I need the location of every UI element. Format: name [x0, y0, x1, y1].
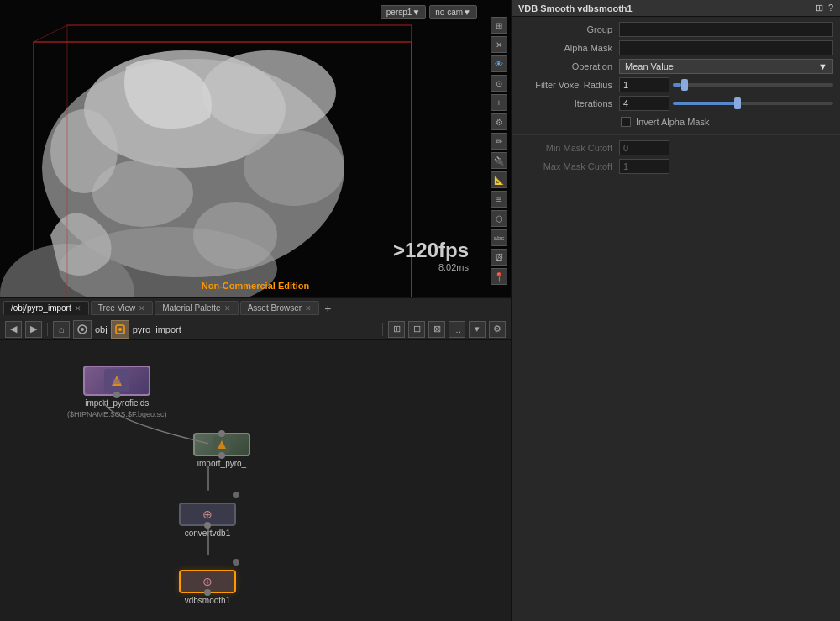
tab-asset-browser-close[interactable]: ✕ [305, 304, 312, 313]
param-operation-arrow: ▼ [818, 61, 827, 71]
frame-time: 8.02ms [393, 262, 469, 272]
svg-point-5 [202, 50, 336, 134]
add-icon[interactable]: + [491, 94, 507, 111]
node-vdbsmooth[interactable]: ⊕ vdbsmooth1 [179, 559, 236, 605]
param-row-group: Group [512, 20, 840, 39]
maximize-icon[interactable]: ⊞ [491, 17, 507, 34]
node-canvas[interactable]: import_pyrofields ($HIPNAME.$OS.$F.bgeo.… [0, 340, 511, 621]
tab-material-palette-label: Material Palette [162, 303, 220, 313]
dots-icon[interactable]: … [449, 321, 465, 338]
non-commercial-label: Non-Commercial Edition [202, 281, 309, 291]
image-icon[interactable]: 🖼 [491, 249, 507, 266]
settings-icon[interactable]: ⚙ [489, 321, 506, 338]
tab-tree-view-close[interactable]: ✕ [139, 304, 145, 313]
viewport-side-toolbar: ⊞ ✕ 👁 ⊙ + ⚙ ✏ 🔌 📐 ≡ ⬡ abc 🖼 📍 [491, 17, 507, 285]
viewport-3d[interactable]: persp1▼ no cam▼ ⊞ ✕ 👁 ⊙ + ⚙ ✏ 🔌 📐 ≡ ⬡ ab… [0, 0, 511, 297]
node-import-pyrofields[interactable]: import_pyrofields ($HIPNAME.$OS.$F.bgeo.… [67, 366, 167, 418]
breadcrumb-child[interactable]: pyro_import [133, 324, 181, 334]
tab-pyro-import-label: /obj/pyro_import [11, 303, 71, 313]
node-convertvdb-input [233, 492, 239, 498]
close-icon[interactable]: ✕ [491, 36, 507, 53]
more-options-icon[interactable]: ▾ [469, 321, 486, 338]
camera-selector[interactable]: persp1▼ [381, 5, 426, 19]
param-group-label: Group [518, 24, 619, 34]
svg-point-7 [193, 202, 277, 269]
nav-back-button[interactable]: ◀ [5, 321, 22, 338]
param-operation-value[interactable]: Mean Value ▼ [619, 59, 833, 74]
viewport-controls: persp1▼ no cam▼ [381, 5, 477, 19]
param-min-mask-input[interactable] [619, 140, 669, 155]
tab-add-button[interactable]: + [321, 302, 334, 315]
hex-icon[interactable]: ⬡ [491, 210, 507, 227]
nav-forward-button[interactable]: ▶ [25, 321, 42, 338]
svg-point-8 [50, 109, 118, 193]
param-alpha-mask-input[interactable] [619, 40, 833, 55]
param-row-max-mask: Max Mask Cutoff [512, 157, 840, 176]
layout-rows-icon[interactable]: ⊠ [428, 321, 445, 338]
tab-tree-view[interactable]: Tree View ✕ [91, 301, 153, 315]
param-iterations-label: Iterations [518, 98, 619, 108]
param-alpha-mask-value [619, 40, 833, 55]
param-filter-voxel-slider[interactable] [673, 83, 833, 87]
param-expand-icon[interactable]: ⊞ [816, 3, 823, 13]
home-button[interactable]: ⌂ [53, 321, 70, 338]
edit-icon[interactable]: ✏ [491, 133, 507, 150]
render-icon[interactable]: ⚙ [491, 113, 507, 130]
tab-material-palette[interactable]: Material Palette ✕ [155, 301, 238, 315]
connect-icon[interactable]: 🔌 [491, 152, 507, 169]
param-iterations-slider[interactable] [673, 102, 833, 105]
text-icon[interactable]: abc [491, 229, 507, 246]
param-max-mask-label: Max Mask Cutoff [518, 161, 619, 171]
snap-icon[interactable]: ⊙ [491, 75, 507, 92]
param-max-mask-input[interactable] [619, 159, 669, 174]
param-invert-alpha-label: Invert Alpha Mask [636, 117, 709, 127]
node-convertvdb-label: convertvdb1 [185, 529, 230, 538]
obj-icon[interactable] [73, 320, 92, 339]
param-filter-voxel-input[interactable] [619, 77, 669, 92]
node-editor-tabs: /obj/pyro_import ✕ Tree View ✕ Material … [0, 298, 511, 318]
node-output-connector [113, 392, 120, 398]
tab-pyro-import-close[interactable]: ✕ [75, 304, 81, 313]
display-options[interactable]: no cam▼ [429, 5, 477, 19]
param-row-min-mask: Min Mask Cutoff [512, 139, 840, 157]
param-panel-title: VDB Smooth vdbsmooth1 [518, 3, 633, 13]
param-group-value [619, 22, 833, 37]
svg-rect-25 [113, 379, 120, 384]
viewport-settings-icon[interactable]: 👁 [491, 55, 507, 72]
node-editor-toolbar: ◀ ▶ ⌂ obj pyro_import ⊞ ⊟ [0, 318, 511, 340]
param-operation-dropdown[interactable]: Mean Value ▼ [619, 59, 833, 74]
fps-display: >120fps 8.02ms [393, 239, 469, 272]
layout-cols-icon[interactable]: ⊟ [408, 321, 425, 338]
svg-point-22 [81, 328, 84, 331]
param-panel: Group Alpha Mask Operation Mean Value [512, 17, 840, 621]
breadcrumb-obj[interactable]: obj [95, 324, 108, 334]
tab-asset-browser[interactable]: Asset Browser ✕ [240, 301, 319, 315]
node-import-pyro2-label: import_pyro_ [197, 459, 246, 468]
param-invert-alpha-checkbox[interactable] [621, 117, 631, 127]
node-convertvdb[interactable]: ⊕ convertvdb1 [179, 492, 236, 538]
svg-point-24 [118, 328, 122, 331]
param-iterations-value [619, 96, 833, 111]
grid-icon[interactable]: ≡ [491, 191, 507, 208]
param-row-alpha-mask: Alpha Mask [512, 39, 840, 57]
param-header-icons: ⊞ ? [816, 3, 833, 13]
param-iterations-input[interactable] [619, 96, 669, 111]
param-min-mask-value [619, 140, 833, 155]
breadcrumb: obj pyro_import [73, 320, 377, 339]
tab-pyro-import[interactable]: /obj/pyro_import ✕ [3, 301, 89, 315]
tab-material-palette-close[interactable]: ✕ [224, 304, 231, 313]
layout-grid-icon[interactable]: ⊞ [388, 321, 405, 338]
param-row-invert-alpha: Invert Alpha Mask [512, 113, 840, 131]
node-vdbsmooth-label: vdbsmooth1 [185, 596, 230, 605]
param-panel-header: VDB Smooth vdbsmooth1 ⊞ ? [512, 0, 840, 17]
param-help-icon[interactable]: ? [828, 3, 833, 13]
param-max-mask-value [619, 159, 833, 174]
svg-point-9 [244, 130, 344, 206]
measure-icon[interactable]: 📐 [491, 171, 507, 188]
node-import-pyro2[interactable]: import_pyro_ [193, 433, 250, 468]
param-group-input[interactable] [619, 22, 833, 37]
node-output-bottom [218, 452, 225, 459]
pyro-import-breadcrumb-icon[interactable] [111, 320, 129, 339]
param-operation-text: Mean Value [625, 61, 674, 71]
pin-icon[interactable]: 📍 [491, 268, 507, 285]
